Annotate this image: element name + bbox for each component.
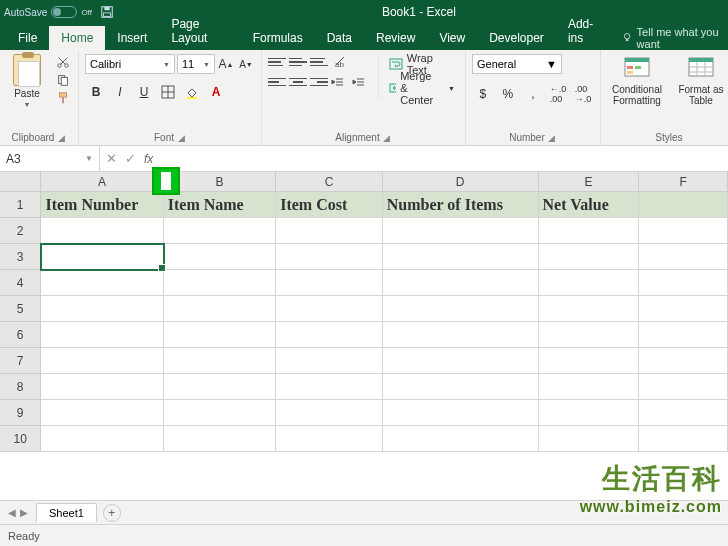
cell[interactable] bbox=[639, 192, 728, 218]
cell[interactable] bbox=[41, 374, 163, 400]
cell[interactable] bbox=[383, 322, 539, 348]
cell[interactable] bbox=[383, 244, 539, 270]
align-middle-button[interactable] bbox=[289, 54, 307, 70]
cell[interactable] bbox=[276, 400, 383, 426]
row-header[interactable]: 5 bbox=[0, 296, 41, 322]
font-color-button[interactable]: A bbox=[205, 82, 227, 102]
cell[interactable] bbox=[164, 426, 276, 452]
select-all-corner[interactable] bbox=[0, 172, 41, 191]
cell[interactable] bbox=[41, 296, 163, 322]
tab-file[interactable]: File bbox=[6, 26, 49, 50]
cell[interactable] bbox=[383, 296, 539, 322]
decrease-decimal-button[interactable]: .00→.0 bbox=[572, 84, 594, 104]
cell[interactable] bbox=[639, 218, 728, 244]
cell[interactable] bbox=[276, 270, 383, 296]
increase-decimal-button[interactable]: ←.0.00 bbox=[547, 84, 569, 104]
cancel-formula-icon[interactable]: ✕ bbox=[106, 151, 117, 166]
cell[interactable] bbox=[539, 296, 640, 322]
paste-button[interactable]: Paste ▼ bbox=[6, 54, 48, 108]
cell[interactable] bbox=[383, 270, 539, 296]
cell[interactable]: Item Number bbox=[41, 192, 163, 218]
sheet-nav-prev-icon[interactable]: ◀ bbox=[8, 507, 16, 518]
tell-me-search[interactable]: Tell me what you want bbox=[622, 26, 728, 50]
cell[interactable] bbox=[164, 374, 276, 400]
comma-button[interactable]: , bbox=[522, 84, 544, 104]
decrease-font-button[interactable]: A▼ bbox=[237, 54, 255, 74]
cell[interactable] bbox=[276, 348, 383, 374]
cell[interactable] bbox=[276, 244, 383, 270]
tab-insert[interactable]: Insert bbox=[105, 26, 159, 50]
currency-button[interactable]: $ bbox=[472, 84, 494, 104]
row-header[interactable]: 8 bbox=[0, 374, 41, 400]
cell[interactable] bbox=[639, 296, 728, 322]
tab-data[interactable]: Data bbox=[315, 26, 364, 50]
tab-view[interactable]: View bbox=[427, 26, 477, 50]
cell[interactable] bbox=[383, 374, 539, 400]
bold-button[interactable]: B bbox=[85, 82, 107, 102]
fx-icon[interactable]: fx bbox=[144, 152, 153, 166]
cell[interactable] bbox=[539, 218, 640, 244]
cell[interactable] bbox=[383, 218, 539, 244]
row-header[interactable]: 6 bbox=[0, 322, 41, 348]
cell[interactable] bbox=[639, 348, 728, 374]
font-size-combo[interactable]: 11▼ bbox=[177, 54, 215, 74]
cell[interactable] bbox=[164, 218, 276, 244]
cell[interactable]: Net Value bbox=[539, 192, 640, 218]
formula-input[interactable] bbox=[159, 146, 728, 171]
cell[interactable] bbox=[164, 400, 276, 426]
cell[interactable]: Item Name bbox=[164, 192, 276, 218]
cell[interactable] bbox=[539, 244, 640, 270]
row-header[interactable]: 1 bbox=[0, 192, 41, 218]
format-as-table-button[interactable]: Format as Table bbox=[671, 54, 728, 106]
cell[interactable] bbox=[276, 426, 383, 452]
cell[interactable] bbox=[539, 374, 640, 400]
cell[interactable] bbox=[539, 400, 640, 426]
cell[interactable]: Number of Items bbox=[383, 192, 539, 218]
save-icon[interactable] bbox=[100, 5, 114, 19]
cell[interactable] bbox=[539, 426, 640, 452]
number-format-combo[interactable]: General▼ bbox=[472, 54, 562, 74]
cell[interactable] bbox=[41, 218, 163, 244]
cell[interactable] bbox=[164, 270, 276, 296]
tab-review[interactable]: Review bbox=[364, 26, 427, 50]
column-header[interactable]: D bbox=[383, 172, 539, 191]
name-box[interactable]: A3 ▼ bbox=[0, 146, 100, 171]
cell[interactable] bbox=[539, 348, 640, 374]
cell[interactable] bbox=[639, 270, 728, 296]
cell[interactable]: Item Cost bbox=[276, 192, 383, 218]
cell[interactable] bbox=[639, 374, 728, 400]
copy-button[interactable] bbox=[54, 72, 72, 88]
sheet-tab[interactable]: Sheet1 bbox=[36, 503, 97, 522]
cell[interactable] bbox=[164, 244, 276, 270]
cell[interactable] bbox=[639, 244, 728, 270]
dialog-launcher-icon[interactable]: ◢ bbox=[176, 133, 186, 143]
cell[interactable] bbox=[276, 322, 383, 348]
merge-center-button[interactable]: Merge & Center ▼ bbox=[385, 78, 459, 98]
cell[interactable] bbox=[164, 348, 276, 374]
borders-button[interactable] bbox=[157, 82, 179, 102]
tab-page-layout[interactable]: Page Layout bbox=[159, 12, 240, 50]
cell[interactable] bbox=[276, 296, 383, 322]
column-resize-highlight[interactable] bbox=[152, 167, 180, 195]
sheet-nav-next-icon[interactable]: ▶ bbox=[20, 507, 28, 518]
cell[interactable] bbox=[41, 322, 163, 348]
italic-button[interactable]: I bbox=[109, 82, 131, 102]
tab-formulas[interactable]: Formulas bbox=[241, 26, 315, 50]
column-header[interactable]: F bbox=[639, 172, 728, 191]
conditional-formatting-button[interactable]: Conditional Formatting bbox=[607, 54, 667, 106]
align-center-button[interactable] bbox=[289, 74, 307, 90]
column-header[interactable]: B bbox=[164, 172, 276, 191]
new-sheet-button[interactable]: + bbox=[103, 504, 121, 522]
font-name-combo[interactable]: Calibri▼ bbox=[85, 54, 175, 74]
cell[interactable] bbox=[639, 400, 728, 426]
autosave-toggle[interactable]: AutoSave Off bbox=[4, 6, 92, 18]
align-top-button[interactable] bbox=[268, 54, 286, 70]
cell[interactable] bbox=[41, 426, 163, 452]
underline-button[interactable]: U bbox=[133, 82, 155, 102]
row-header[interactable]: 9 bbox=[0, 400, 41, 426]
enter-formula-icon[interactable]: ✓ bbox=[125, 151, 136, 166]
column-header[interactable]: A bbox=[41, 172, 163, 191]
cell[interactable] bbox=[539, 270, 640, 296]
percent-button[interactable]: % bbox=[497, 84, 519, 104]
format-painter-button[interactable] bbox=[54, 90, 72, 106]
